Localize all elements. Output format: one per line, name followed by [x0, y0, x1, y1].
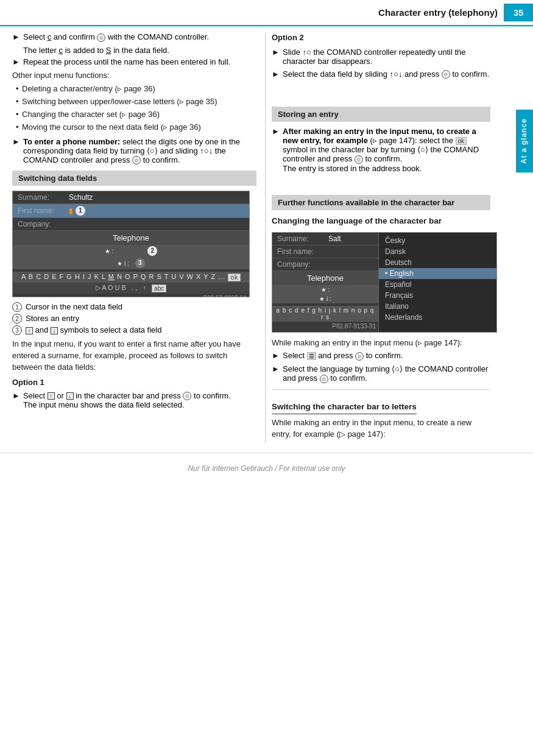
numbered-item-2: 2 Stores an entry — [12, 314, 256, 323]
paragraph: In the input menu, if you want to enter … — [12, 339, 256, 373]
select-language-bullet: ► Select the language by turning ⟨○⟩ the… — [272, 364, 490, 383]
ss-r-keyboard: a b c d e f g h i j k l m n o p q r s — [272, 306, 378, 322]
function-list: Deleting a character/entry (▹ page 36) S… — [16, 83, 256, 133]
select-language-text: Select the language by turning ⟨○⟩ the C… — [283, 364, 490, 383]
lang-dansk: Dansk — [379, 246, 496, 257]
num-text-3: ↑ and ↓ symbols to select a data field — [26, 325, 161, 335]
screenshot-left: Surname: Schultz First name: ▮ 1 Company… — [12, 191, 250, 297]
divider — [272, 389, 490, 390]
intro-bullet-1: ► Select c and confirm ○ with the COMAND… — [12, 32, 256, 42]
ss-r-firstname: First name: — [272, 246, 378, 258]
num-text-1: Cursor in the next data field — [26, 302, 122, 312]
phone-number-item: ► To enter a phone number: select the di… — [12, 137, 256, 165]
footer: Nur für internen Gebrauch / For internal… — [0, 453, 533, 478]
function-item-2: Switching between upper/lower-case lette… — [16, 96, 256, 108]
option2-text-2: Select the data field by sliding ↑○↓ and… — [283, 69, 490, 79]
switching-letters-heading: Switching the character bar to letters — [272, 401, 417, 415]
arrow-icon-6: ► — [272, 69, 280, 79]
function-item-1: Deleting a character/entry (▹ page 36) — [16, 83, 256, 95]
storing-text: After making an entry in the input menu,… — [283, 127, 490, 173]
ss-row-surname: Surname: Schultz — [13, 191, 249, 204]
ss-r-tel: Telephone — [272, 271, 378, 285]
arrow-icon-8: ► — [272, 351, 280, 361]
arrow-icon-3: ► — [12, 137, 21, 165]
ss-right-form: Surname: Salt First name: Company: Telep… — [272, 233, 379, 332]
arrow-icon-9: ► — [272, 364, 280, 383]
arrow-icon-7: ► — [272, 127, 280, 173]
circle-1: 1 — [76, 206, 85, 216]
ss-right-inner: Surname: Salt First name: Company: Telep… — [272, 233, 496, 332]
function-item-4: Moving the cursor to the next data field… — [16, 122, 256, 133]
function-item-3: Changing the character set (▹ page 36) — [16, 109, 256, 121]
arrow-icon-5: ► — [272, 48, 280, 66]
lang-francais: Français — [379, 290, 496, 301]
main-content: ► Select c and confirm ○ with the COMAND… — [0, 26, 533, 443]
ss-extra-row: ▷ A O U B . , ↑ abc — [13, 283, 249, 294]
numbered-item-1: 1 Cursor in the next data field — [12, 302, 256, 312]
ss-caption-right: P82.87-9133-31 — [272, 322, 378, 331]
switching-header: Switching data fields — [12, 171, 256, 186]
num-circle-1: 1 — [12, 302, 22, 312]
page-title: Character entry (telephony) — [0, 7, 504, 18]
lang-italiano: Italiano — [379, 301, 496, 312]
changing-lang-heading: Changing the language of the character b… — [272, 215, 490, 227]
numbered-items: 1 Cursor in the next data field 2 Stores… — [12, 302, 256, 335]
arrow-icon-1: ► — [12, 32, 21, 42]
intro-bullet-2: ► Repeat the process until the name has … — [12, 57, 256, 66]
ss-row-company: Company: — [13, 218, 249, 231]
right-column: Option 2 ► Slide ↑○ the COMAND controlle… — [265, 32, 515, 443]
select-confirm-bullet: ► Select ☰ and press ○ to confirm. — [272, 351, 490, 361]
ss-icon-row-2: ★ i : 3 — [13, 257, 249, 269]
screenshot-right: Surname: Salt First name: Company: Telep… — [272, 232, 497, 333]
ss-left-inner: Surname: Schultz First name: ▮ 1 Company… — [13, 191, 249, 297]
page-number: 35 — [504, 4, 533, 21]
ss-icon-row-1: ★ : 2 — [13, 245, 249, 257]
circle-2: 2 — [147, 246, 157, 256]
further-header: Further functions available in the chara… — [272, 195, 490, 210]
ss-r-company: Company: — [272, 258, 378, 271]
storing-bullet: ► After making an entry in the input men… — [272, 127, 490, 173]
ss-row-firstname: First name: ▮ 1 — [13, 204, 249, 218]
lang-english: • English — [379, 268, 496, 279]
lang-espanol: Español — [379, 279, 496, 290]
arrow-icon-2: ► — [12, 57, 21, 66]
page-header: Character entry (telephony) 35 — [0, 0, 533, 26]
option2-text-1: Slide ↑○ the COMAND controller repeatedl… — [283, 48, 490, 66]
switching-letters-text: While making an entry in the input menu,… — [272, 417, 490, 440]
arrow-icon-4: ► — [12, 391, 21, 410]
intro-subtext-1: The letter c is added to S in the data f… — [12, 46, 256, 55]
ss-lang-list: Česky Dansk Deutsch • English Español Fr… — [379, 233, 496, 332]
num-circle-2: 2 — [12, 314, 22, 323]
select-confirm-text: Select ☰ and press ○ to confirm. — [283, 351, 490, 361]
num-circle-3: 3 — [12, 325, 22, 335]
num-text-2: Stores an entry — [26, 314, 79, 323]
option2-bullet-1: ► Slide ↑○ the COMAND controller repeate… — [272, 48, 490, 66]
ss-tel-row: Telephone — [13, 231, 249, 245]
option2-label: Option 2 — [272, 32, 490, 44]
other-functions-label: Other input menu functions: — [12, 70, 256, 82]
footer-text: Nur für internen Gebrauch / For internal… — [188, 464, 345, 473]
left-column: ► Select c and confirm ○ with the COMAND… — [0, 32, 265, 443]
storing-header: Storing an entry — [272, 107, 490, 122]
option1-text: Select ↑ or ↓ in the character bar and p… — [23, 391, 256, 410]
lang-deutsch: Deutsch — [379, 257, 496, 268]
ss-keyboard: A B C D E F G H I J K L M N O P Q R S T … — [13, 272, 249, 283]
while-entry-text: While making an entry in the input menu … — [272, 337, 490, 349]
side-tab: At a glance — [516, 110, 533, 172]
ss-r-icon-2: ★ i : — [272, 294, 378, 303]
lang-nederlands: Nederlands — [379, 312, 496, 323]
phone-number-text: To enter a phone number: select the digi… — [23, 137, 256, 165]
lang-cesky: Česky — [379, 235, 496, 246]
option2-bullet-2: ► Select the data field by sliding ↑○↓ a… — [272, 69, 490, 79]
intro-text-1: Select c and confirm ○ with the COMAND c… — [23, 32, 256, 42]
numbered-item-3: 3 ↑ and ↓ symbols to select a data field — [12, 325, 256, 335]
ss-caption-left: P82.87-8033-31 — [13, 294, 249, 298]
circle-3: 3 — [135, 258, 145, 268]
intro-text-2: Repeat the process until the name has be… — [23, 57, 256, 66]
ss-r-surname: Surname: Salt — [272, 233, 378, 246]
option1-bullet: ► Select ↑ or ↓ in the character bar and… — [12, 391, 256, 410]
option1-label: Option 1 — [12, 377, 256, 389]
ss-r-icon-1: ★ : — [272, 285, 378, 294]
